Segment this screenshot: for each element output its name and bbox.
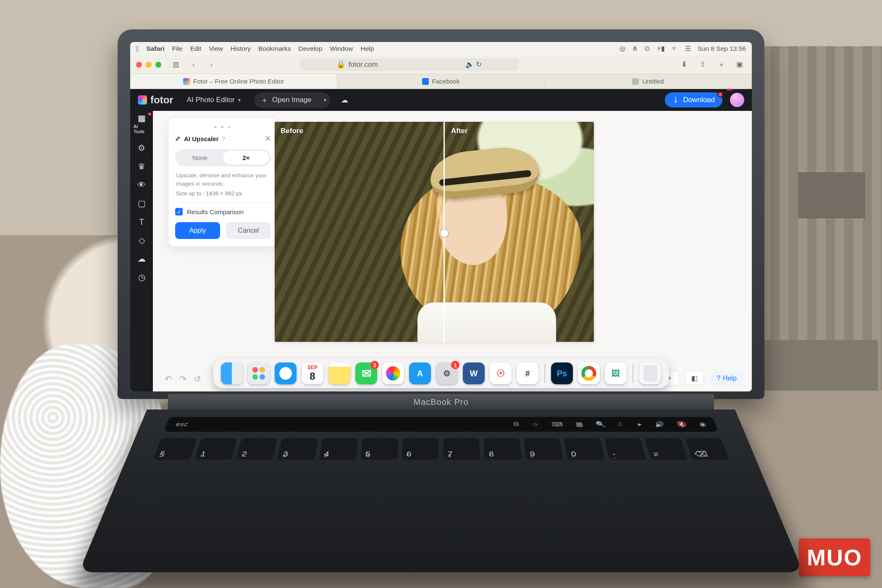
window-minimize-button[interactable] — [146, 62, 152, 68]
touchbar-siri-icon[interactable]: ◉ — [698, 421, 707, 428]
status-share-icon[interactable]: ⋔ — [632, 45, 638, 52]
dock-launchpad[interactable] — [248, 362, 270, 384]
window-fullscreen-button[interactable] — [155, 62, 161, 68]
touchbar-keyboard-light-icon[interactable]: ⌨ — [551, 421, 563, 428]
touchbar-mission-icon[interactable]: ▦ — [575, 421, 584, 428]
tab-untitled[interactable]: Untitled — [545, 74, 752, 89]
dock-trash[interactable] — [639, 362, 661, 384]
key-3[interactable]: £3 — [277, 438, 318, 460]
touchbar-brightness-icon[interactable]: ☼ — [531, 421, 539, 428]
checkbox-checked-icon[interactable]: ✓ — [175, 208, 183, 215]
rail-ai-tools[interactable]: ▦ AI Tools — [134, 113, 150, 134]
dock-chrome[interactable] — [578, 362, 600, 384]
dock-appstore[interactable]: A — [409, 362, 431, 384]
status-eye-icon[interactable]: ◎ — [620, 45, 625, 52]
rail-text[interactable]: T — [134, 217, 150, 226]
dock-photos[interactable] — [382, 362, 404, 384]
dock-messages[interactable]: ✉︎ 3 — [355, 362, 377, 384]
status-battery-icon[interactable]: ⚡︎▮ — [656, 45, 665, 52]
user-avatar[interactable] — [730, 93, 744, 107]
scale-option-2x[interactable]: 2× — [223, 151, 269, 165]
downloads-button[interactable]: ⬇︎ — [678, 59, 690, 71]
rail-elements[interactable]: ◇ — [134, 236, 150, 245]
cancel-button[interactable]: Cancel — [226, 222, 271, 239]
chevron-down-icon[interactable]: ▾ — [324, 97, 326, 103]
comparison-slider-handle[interactable] — [441, 229, 448, 237]
dock-word[interactable]: W — [463, 362, 485, 384]
dock-settings[interactable]: ⚙︎ 1 — [436, 362, 458, 384]
status-record-icon[interactable]: ⊙ — [644, 45, 650, 52]
key-1[interactable]: !1 — [194, 438, 238, 460]
dock-slack[interactable]: # — [517, 362, 538, 384]
menu-file[interactable]: File — [172, 45, 183, 52]
menu-help[interactable]: Help — [360, 45, 374, 52]
dock-finder[interactable] — [221, 362, 243, 384]
touchbar-dnd-icon[interactable]: ☾ — [617, 421, 626, 428]
key-7[interactable]: &7 — [443, 438, 480, 460]
key-0[interactable]: )0 — [564, 438, 605, 460]
rail-frame[interactable]: ▢ — [134, 199, 150, 208]
help-button[interactable]: ? Help — [710, 372, 743, 385]
status-clock[interactable]: Sun 8 Sep 13:56 — [698, 45, 746, 52]
sidebar-toggle-button[interactable]: ▥ — [170, 59, 182, 71]
rail-adjust[interactable]: ⚙ — [134, 143, 150, 152]
menu-develop[interactable]: Develop — [298, 45, 322, 52]
status-wifi-icon[interactable]: ᯤ — [672, 45, 678, 52]
touchbar-screenshot-icon[interactable]: ⧉ — [513, 421, 519, 428]
nav-forward-button[interactable]: › — [205, 59, 218, 71]
key-=[interactable]: += — [645, 438, 688, 460]
key-9[interactable]: (9 — [524, 438, 563, 460]
scale-option-none[interactable]: None — [177, 151, 223, 165]
dock-calendar[interactable]: SEP 8 — [302, 362, 323, 384]
touchbar-esc[interactable]: esc — [175, 421, 189, 428]
key-§[interactable]: § — [153, 438, 197, 460]
results-comparison-row[interactable]: ✓ Results Comparison — [175, 208, 271, 215]
key-5[interactable]: %5 — [360, 438, 399, 460]
address-bar[interactable]: 🔒 fotor.com 🔈 ↻ — [300, 58, 518, 71]
tab-fotor[interactable]: Fotor – Free Online Photo Editor — [130, 74, 337, 89]
download-button[interactable]: ⭳ Download — [665, 92, 722, 108]
menu-window[interactable]: Window — [330, 45, 353, 52]
apple-menu-icon[interactable]:  — [136, 45, 139, 53]
rail-history[interactable]: ◷ — [134, 273, 150, 282]
share-button[interactable]: ⇧ — [696, 59, 709, 71]
nav-back-button[interactable]: ‹ — [187, 59, 200, 71]
status-control-center-icon[interactable]: ☰ — [685, 45, 691, 52]
dock-asana[interactable]: ⦿ — [490, 362, 512, 384]
key-6[interactable]: ^6 — [402, 438, 439, 460]
rail-eye[interactable]: 👁 — [134, 180, 150, 189]
redo-button[interactable]: ↷ — [179, 374, 186, 384]
compare-toggle-button[interactable]: ◧ — [685, 371, 704, 385]
dock-photoshop[interactable]: Ps — [551, 362, 573, 384]
rail-cloud[interactable]: ☁ — [134, 254, 150, 263]
touchbar-mute-icon[interactable]: 🔇 — [676, 421, 688, 428]
key-4[interactable]: $4 — [319, 438, 358, 460]
rail-beauty[interactable]: ♛ — [134, 162, 150, 171]
menu-history[interactable]: History — [231, 45, 251, 52]
panel-drag-handle[interactable]: ● ● ● — [175, 124, 271, 130]
key-8[interactable]: *8 — [483, 438, 522, 460]
apply-button[interactable]: Apply — [175, 222, 220, 239]
reader-audio-icon[interactable]: 🔈 ↻ — [465, 60, 482, 69]
open-image-button[interactable]: ＋ Open Image ▾ — [254, 92, 331, 108]
key--[interactable]: _- — [604, 438, 646, 460]
menu-edit[interactable]: Edit — [190, 45, 202, 52]
touchbar-play-icon[interactable]: ▸ — [637, 421, 643, 428]
tab-overview-button[interactable]: ▣ — [733, 59, 746, 71]
window-close-button[interactable] — [136, 62, 142, 68]
image-canvas[interactable]: Before After — [275, 122, 594, 342]
key-⌫[interactable]: ⌫ — [685, 438, 730, 460]
panel-close-button[interactable]: ✕ — [265, 134, 271, 143]
menu-bookmarks[interactable]: Bookmarks — [258, 45, 291, 52]
touch-bar[interactable]: esc ⧉ ☼ ⌨ ▦ 🔍 ☾ ▸ 🔊 🔇 ◉ — [164, 417, 718, 432]
info-icon[interactable]: ? — [222, 136, 226, 142]
undo-button[interactable]: ↶ — [165, 374, 172, 384]
editor-mode-dropdown[interactable]: AI Photo Editor ▾ — [182, 93, 246, 107]
reset-button[interactable]: ↺ — [194, 374, 201, 384]
menu-view[interactable]: View — [209, 45, 223, 52]
cloud-sync-button[interactable]: ☁︎ — [339, 94, 351, 106]
key-2[interactable]: "2 — [236, 438, 278, 460]
active-app-name[interactable]: Safari — [147, 45, 165, 52]
touchbar-search-icon[interactable]: 🔍 — [595, 421, 606, 428]
new-tab-button[interactable]: ＋ — [715, 59, 727, 71]
